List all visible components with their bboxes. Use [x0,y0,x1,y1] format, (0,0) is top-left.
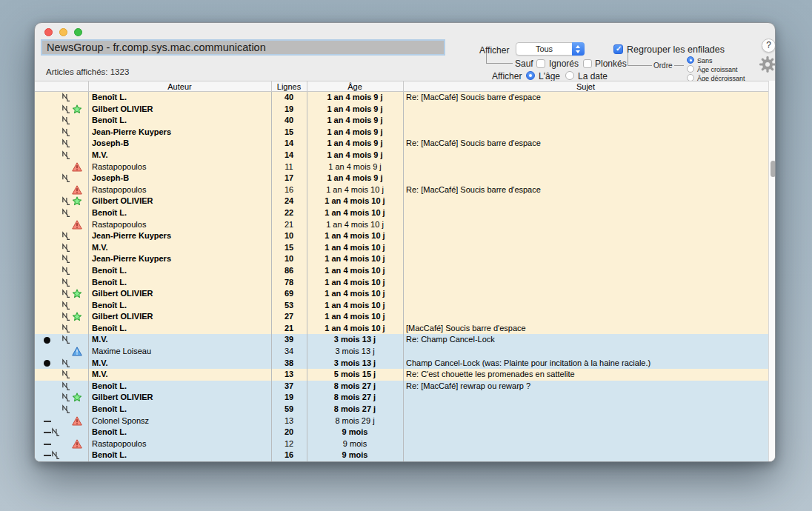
article-row[interactable]: Gilbert OLIVIER191 an 4 mois 9 j [35,104,768,116]
row-status-gutter [35,404,88,415]
help-button[interactable]: ? [762,39,776,53]
article-row[interactable]: Gilbert OLIVIER271 an 4 mois 10 j [35,311,768,323]
lines-cell: 17 [271,173,307,184]
article-row[interactable]: M.V.141 an 4 mois 9 j [35,150,768,161]
article-row[interactable]: Benoît L.401 an 4 mois 9 jRe: [MacCafé] … [35,92,768,104]
lines-cell: 15 [271,127,307,138]
lines-cell: 22 [271,207,307,219]
article-row[interactable]: Benoît L.209 mois [35,427,768,438]
ordre-sans-radio[interactable] [687,56,694,64]
article-row[interactable]: Jean-Pierre Kuypers101 an 4 mois 10 j [35,230,768,242]
article-row[interactable]: Benoît L.378 mois 27 jRe: [MacCafé] rewr… [35,381,768,393]
article-row[interactable]: Benoît L.211 an 4 mois 10 j[MacCafé] Sou… [35,323,768,335]
row-status-gutter [35,346,88,358]
column-header-lignes[interactable]: Lignes [271,82,307,91]
subject-cell: Re: Champ Cancel-Lock [406,334,767,346]
thread-reply-icon [61,231,70,241]
date-radio-label: La date [578,71,608,81]
age-cell: 3 mois 13 j [307,334,403,346]
article-row[interactable]: Benoît L.169 mois [35,450,768,461]
column-divider [403,81,404,92]
minimize-button[interactable] [59,28,67,36]
age-cell: 1 an 4 mois 10 j [307,230,403,242]
column-header-auteur[interactable]: Auteur [88,82,271,91]
article-row[interactable]: Benoît L.861 an 4 mois 10 j [35,265,768,277]
vertical-scrollbar[interactable] [768,81,776,461]
ordre-croissant-radio[interactable] [687,65,694,73]
article-row[interactable]: Maxime Loiseau343 mois 13 j [35,346,768,358]
column-divider [88,92,89,462]
column-divider [271,81,272,92]
scrollbar-thumb[interactable] [771,161,776,177]
article-row[interactable]: Rastapopoulos111 an 4 mois 9 j [35,161,768,173]
article-row[interactable]: Benoît L.221 an 4 mois 10 j [35,207,768,219]
window-title-field[interactable]: NewsGroup - fr.comp.sys.mac.communicatio… [41,39,445,56]
date-radio[interactable] [565,71,574,80]
article-row[interactable]: Gilbert OLIVIER198 mois 27 j [35,392,768,404]
lines-cell: 34 [271,346,307,358]
lines-cell: 86 [271,265,307,277]
warning-red-icon [72,185,82,195]
author-cell: Gilbert OLIVIER [92,311,153,323]
age-cell: 9 mois [307,450,403,461]
article-row[interactable]: Joseph-B171 an 4 mois 9 j [35,173,768,184]
article-row[interactable]: Rastapopoulos161 an 4 mois 10 jRe: [MacC… [35,184,768,196]
ordre-croissant-label: Âge croissant [697,66,738,73]
lines-cell: 19 [271,392,307,404]
article-row[interactable]: M.V.151 an 4 mois 10 j [35,242,768,254]
zoom-button[interactable] [74,28,82,36]
group-threads-checkbox[interactable] [613,44,623,54]
lines-cell: 13 [271,369,307,381]
subject-cell: Champ Cancel-Lock (was: Plainte pour inc… [406,358,767,370]
close-button[interactable] [44,28,53,36]
article-row[interactable]: M.V.393 mois 13 jRe: Champ Cancel-Lock [35,334,768,346]
flag-star-icon [72,104,82,114]
column-header-age[interactable]: Âge [307,82,403,91]
article-row[interactable]: Jean-Pierre Kuypers151 an 4 mois 9 j [35,127,768,138]
thread-reply-icon [61,335,70,344]
article-row[interactable]: Rastapopoulos129 mois [35,438,768,450]
article-row[interactable]: Rastapopoulos211 an 4 mois 10 j [35,219,768,231]
row-status-gutter [35,161,88,173]
plonkes-checkbox[interactable] [583,59,592,68]
article-row[interactable]: Benoît L.781 an 4 mois 10 j [35,277,768,289]
age-cell: 1 an 4 mois 10 j [307,184,403,196]
thread-reply-icon [51,450,60,460]
lines-cell: 11 [271,161,307,173]
article-row[interactable]: Gilbert OLIVIER241 an 4 mois 10 j [35,196,768,207]
article-row[interactable]: Jean-Pierre Kuypers101 an 4 mois 10 j [35,253,768,265]
subject-cell: Re: [MacCafé] Soucis barre d'espace [406,138,767,150]
article-row[interactable]: Gilbert OLIVIER691 an 4 mois 10 j [35,288,768,300]
settings-gear-icon[interactable] [759,56,776,73]
lines-cell: 13 [271,415,307,427]
lines-cell: 16 [271,450,307,461]
article-row[interactable]: M.V.135 mois 15 jRe: C'est chouette les … [35,369,768,381]
afficher-popup-value: Tous [516,43,572,55]
article-row[interactable]: Benoît L.598 mois 27 j [35,404,768,415]
age-cell: 1 an 4 mois 9 j [307,104,403,116]
lines-cell: 78 [271,277,307,289]
lines-cell: 24 [271,196,307,207]
article-row[interactable]: M.V.383 mois 13 jChamp Cancel-Lock (was:… [35,358,768,370]
article-row[interactable]: Benoît L.531 an 4 mois 10 j [35,300,768,312]
articles-count-label: Articles affichés: 1323 [46,67,129,76]
row-status-gutter [35,253,88,265]
article-row[interactable]: Benoît L.401 an 4 mois 9 j [35,115,768,127]
author-cell: Benoît L. [92,265,127,277]
age-radio[interactable] [526,71,535,80]
ignores-label: Ignorés [549,59,579,69]
afficher-popup[interactable]: Tous [516,42,585,56]
row-status-gutter [35,138,88,150]
lines-cell: 10 [271,230,307,242]
row-status-gutter [35,184,88,196]
row-status-gutter [35,219,88,231]
lines-cell: 16 [271,184,307,196]
ordre-sans-label: Sans [697,57,713,64]
column-header-sujet[interactable]: Sujet [403,82,768,91]
row-status-gutter [35,415,88,427]
author-cell: Gilbert OLIVIER [92,392,153,404]
ignores-checkbox[interactable] [536,59,545,68]
article-row[interactable]: Joseph-B141 an 4 mois 9 jRe: [MacCafé] S… [35,138,768,150]
article-row[interactable]: Colonel Sponsz138 mois 29 j [35,415,768,427]
thread-reply-icon [61,404,70,414]
